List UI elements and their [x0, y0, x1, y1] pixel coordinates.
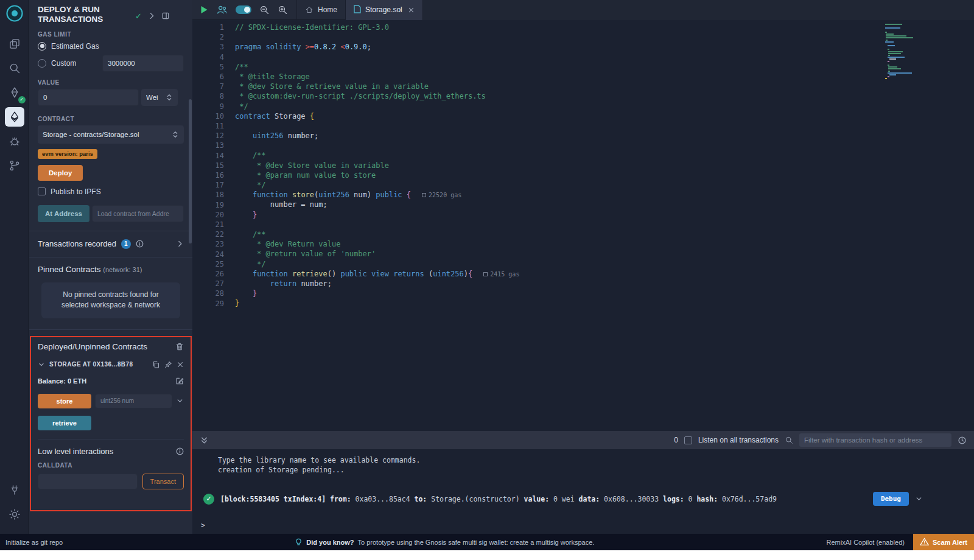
deploy-run-icon[interactable] [5, 107, 24, 127]
estimated-gas-radio[interactable] [38, 42, 46, 51]
custom-gas-option[interactable]: Custom [38, 55, 184, 72]
code-line[interactable] [235, 32, 907, 42]
info-icon[interactable] [176, 447, 184, 455]
at-address-input[interactable] [92, 205, 184, 222]
close-tab-icon[interactable] [408, 7, 415, 13]
settings-icon[interactable] [5, 505, 24, 524]
transactions-recorded-row[interactable]: Transactions recorded 1 [38, 231, 184, 257]
calldata-input[interactable] [38, 474, 138, 489]
contract-instance-row[interactable]: STORAGE AT 0X136...8B78 [38, 360, 184, 369]
clock-icon[interactable] [958, 436, 967, 445]
code-line[interactable]: */ [235, 259, 907, 269]
minimap[interactable] [885, 24, 929, 80]
pin-panel-icon[interactable] [161, 12, 170, 20]
pin-icon[interactable] [164, 360, 172, 369]
edit-icon[interactable] [175, 377, 184, 385]
code-line[interactable]: function retrieve() public view returns … [235, 269, 907, 279]
code-line[interactable]: * @return value of 'number' [235, 249, 907, 259]
scam-alert-badge[interactable]: Scam Alert [913, 534, 974, 550]
file-explorer-icon[interactable] [5, 34, 24, 54]
line-number: 1 [192, 23, 224, 32]
solidity-compiler-icon[interactable]: ✓ [5, 83, 24, 102]
code-line[interactable]: return number; [235, 279, 907, 289]
at-address-button[interactable]: At Address [38, 205, 89, 222]
code-line[interactable]: /** [235, 62, 907, 72]
code-line[interactable]: * @dev Store value in variable [235, 161, 907, 170]
custom-gas-radio[interactable] [38, 59, 46, 68]
code-lines[interactable]: // SPDX-License-Identifier: GPL-3.0pragm… [235, 23, 907, 308]
remix-logo[interactable] [5, 4, 24, 24]
deploy-button[interactable]: Deploy [38, 165, 83, 181]
transact-button[interactable]: Transact [142, 474, 184, 489]
publish-ipfs-checkbox[interactable] [38, 187, 46, 195]
minimap-line [885, 41, 894, 43]
code-line[interactable]: /** [235, 229, 907, 239]
value-input[interactable] [38, 89, 139, 106]
code-line[interactable]: } [235, 298, 907, 308]
store-button[interactable]: store [38, 394, 91, 408]
code-line[interactable]: * @title Storage [235, 72, 907, 82]
estimated-gas-option[interactable]: Estimated Gas [38, 42, 184, 51]
code-line[interactable]: // SPDX-License-Identifier: GPL-3.0 [235, 23, 907, 32]
transaction-row[interactable]: ✓ [block:5583405 txIndex:4] from: 0xa03.… [192, 492, 974, 506]
toggle-switch[interactable] [236, 5, 251, 14]
expand-args-icon[interactable] [176, 397, 184, 405]
tab-home[interactable]: Home [297, 0, 345, 20]
code-line[interactable] [235, 141, 907, 150]
code-line[interactable]: } [235, 289, 907, 298]
filter-input[interactable] [799, 433, 951, 447]
debug-button[interactable]: Debug [873, 492, 909, 506]
terminal-search-icon[interactable] [785, 436, 793, 444]
terminal-content[interactable]: Type the library name to see available c… [192, 449, 974, 530]
listen-checkbox[interactable] [684, 436, 692, 444]
code-line[interactable] [235, 52, 907, 62]
code-line[interactable]: */ [235, 102, 907, 111]
zoom-out-icon[interactable] [259, 5, 270, 15]
code-line[interactable]: pragma solidity >=0.8.2 <0.9.0; [235, 42, 907, 52]
trash-icon[interactable] [175, 342, 184, 351]
git-init-button[interactable]: Initialize as git repo [0, 539, 63, 546]
code-line[interactable]: * @custom:dev-run-script ./scripts/deplo… [235, 91, 907, 101]
code-editor[interactable]: 1234567891011121314151617181920212223242… [192, 20, 974, 431]
code-line[interactable]: number = num; [235, 200, 907, 209]
code-line[interactable] [235, 121, 907, 131]
code-line[interactable]: */ [235, 180, 907, 190]
search-icon[interactable] [5, 58, 24, 78]
estimated-gas-label: Estimated Gas [51, 42, 99, 51]
store-arg-input[interactable] [95, 394, 172, 408]
publish-ipfs-row[interactable]: Publish to IPFS [38, 187, 184, 196]
chevron-right-icon[interactable] [147, 12, 156, 20]
code-line[interactable]: contract Storage { [235, 111, 907, 121]
run-script-icon[interactable] [200, 5, 208, 14]
code-line[interactable]: * @param num value to store [235, 170, 907, 180]
panel-scrollbar[interactable] [189, 99, 192, 243]
chevron-right-icon[interactable] [176, 240, 184, 248]
expand-terminal-icon[interactable] [200, 436, 209, 445]
info-icon[interactable] [136, 240, 144, 248]
debugger-icon[interactable] [5, 131, 24, 151]
contract-select[interactable]: Storage - contracts/Storage.sol [38, 125, 184, 144]
code-line[interactable]: uint256 number; [235, 131, 907, 141]
copy-icon[interactable] [152, 360, 160, 369]
code-line[interactable]: function store(uint256 num) public {2252… [235, 190, 907, 200]
code-line[interactable]: * @dev Store & retrieve value in a varia… [235, 82, 907, 91]
code-line[interactable]: } [235, 210, 907, 220]
close-instance-icon[interactable] [177, 361, 184, 368]
people-icon[interactable] [216, 4, 228, 15]
custom-gas-input[interactable] [102, 55, 184, 72]
terminal-prompt[interactable]: > [192, 520, 974, 530]
zoom-in-icon[interactable] [278, 5, 288, 15]
code-line[interactable] [235, 220, 907, 229]
line-number: 12 [192, 131, 224, 141]
value-unit-select[interactable]: Wei [141, 89, 178, 106]
code-line[interactable]: * @dev Return value [235, 239, 907, 249]
balance-label: Balance: 0 ETH [38, 377, 86, 385]
copilot-status[interactable]: RemixAI Copilot (enabled) [827, 539, 905, 546]
retrieve-button[interactable]: retrieve [38, 416, 91, 430]
expand-tx-icon[interactable] [915, 495, 923, 503]
git-icon[interactable] [5, 156, 24, 175]
tab-storage-sol[interactable]: Storage.sol [346, 0, 423, 20]
plugin-manager-icon[interactable] [5, 480, 24, 500]
caret-down-icon[interactable] [38, 361, 45, 368]
code-line[interactable]: /** [235, 150, 907, 160]
